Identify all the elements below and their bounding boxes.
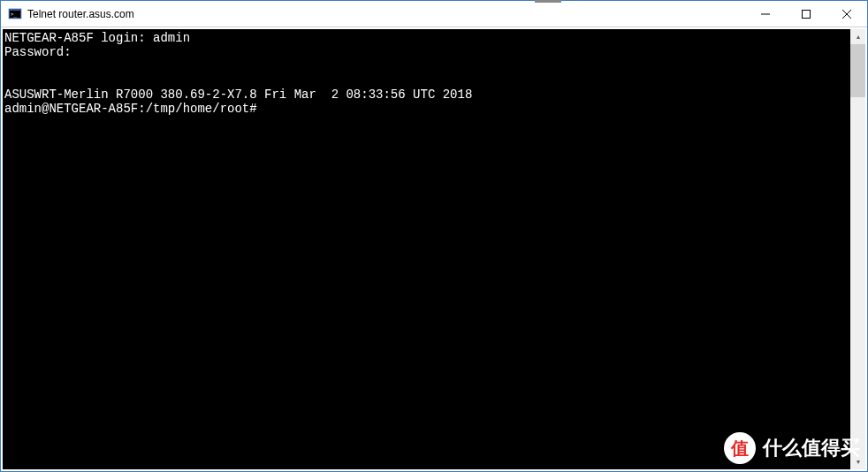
terminal-line: Password: (4, 45, 72, 59)
window-controls (745, 1, 867, 27)
terminal-output[interactable]: NETGEAR-A85F login: admin Password: ASUS… (3, 29, 850, 469)
window-title: Telnet router.asus.com (27, 8, 134, 20)
titlebar-left: >_ Telnet router.asus.com (1, 7, 134, 21)
terminal-line: ASUSWRT-Merlin R7000 380.69-2-X7.8 Fri M… (4, 88, 472, 102)
scroll-thumb[interactable] (850, 44, 865, 97)
telnet-window: >_ Telnet router.asus.com NETGEAR-A85F l… (0, 0, 868, 472)
minimize-button[interactable] (745, 1, 786, 27)
svg-rect-4 (803, 10, 811, 18)
terminal-icon: >_ (8, 7, 22, 21)
terminal-area: NETGEAR-A85F login: admin Password: ASUS… (1, 27, 867, 471)
terminal-line: admin@NETGEAR-A85F:/tmp/home/root# (4, 102, 257, 116)
vertical-scrollbar[interactable]: ▴ ▾ (850, 29, 865, 469)
svg-text:>_: >_ (11, 11, 18, 18)
top-marker (535, 0, 561, 3)
scroll-down-arrow-icon[interactable]: ▾ (850, 454, 865, 469)
titlebar[interactable]: >_ Telnet router.asus.com (1, 1, 867, 27)
close-button[interactable] (826, 1, 867, 27)
maximize-button[interactable] (786, 1, 826, 27)
terminal-line: NETGEAR-A85F login: admin (4, 31, 190, 45)
scroll-up-arrow-icon[interactable]: ▴ (850, 29, 865, 44)
